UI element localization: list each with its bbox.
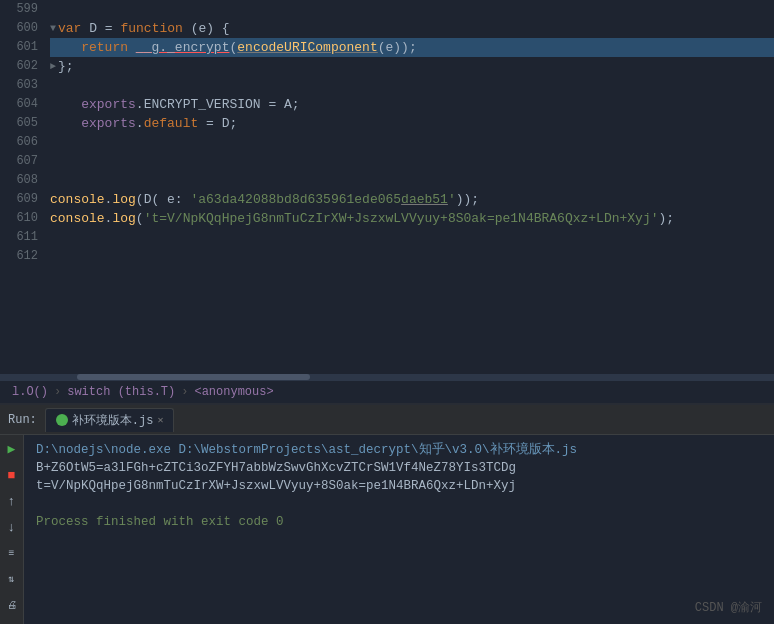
wrap-button[interactable]: ≡ [2, 543, 22, 563]
code-line-606 [50, 133, 774, 152]
code-line-608 [50, 171, 774, 190]
scroll-up-button[interactable]: ↑ [2, 491, 22, 511]
breadcrumb-item-2[interactable]: switch (this.T) [67, 385, 175, 399]
watermark: CSDN @渝河 [695, 599, 762, 616]
close-tab-button[interactable]: ✕ [157, 414, 163, 426]
code-line-600: ▼var D = function (e) { [50, 19, 774, 38]
align-button[interactable]: ⇅ [2, 569, 22, 589]
editor: 599 600 601 602 603 604 605 606 607 608 … [0, 0, 774, 380]
run-button[interactable]: ▶ [2, 439, 22, 459]
output-line-5: Process finished with exit code 0 [36, 513, 762, 531]
code-line-611 [50, 228, 774, 247]
code-line-599 [50, 0, 774, 19]
breadcrumb-item-3[interactable]: <anonymous> [194, 385, 273, 399]
scroll-down-button[interactable]: ↓ [2, 517, 22, 537]
editor-scrollbar[interactable] [0, 374, 774, 380]
stop-button[interactable]: ■ [2, 465, 22, 485]
run-label: Run: [8, 413, 37, 427]
fold-button-602[interactable]: ► [50, 57, 56, 76]
output-line-2: B+Z6OtW5=a3lFGh+cZTCi3oZFYH7abbWzSwvGhXc… [36, 459, 762, 477]
output-line-3: t=V/NpKQqHpejG8nmTuCzIrXW+JszxwLVVyuy+8S… [36, 477, 762, 495]
run-tab-name: 补环境版本.js [72, 412, 154, 429]
code-line-609: ► console.log(D( e: 'a63da42088bd8d63596… [50, 190, 774, 209]
run-output: D:\nodejs\node.exe D:\WebstormProjects\a… [24, 435, 774, 624]
code-line-604: exports.ENCRYPT_VERSION = A; [50, 95, 774, 114]
run-toolbar: ▶ ■ ↑ ↓ ≡ ⇅ 🖨 📌 ⎙ 🗑 [0, 435, 24, 624]
run-tabs: Run: 补环境版本.js ✕ [0, 405, 774, 435]
output-line-4 [36, 495, 762, 513]
code-line-610: console.log('t=V/NpKQqHpejG8nmTuCzIrXW+J… [50, 209, 774, 228]
run-tab[interactable]: 补环境版本.js ✕ [45, 408, 175, 432]
run-content: ▶ ■ ↑ ↓ ≡ ⇅ 🖨 📌 ⎙ 🗑 D:\nodejs\node.exe D… [0, 435, 774, 624]
code-line-612 [50, 247, 774, 266]
code-line-605: exports.default = D; [50, 114, 774, 133]
run-status-icon [56, 414, 68, 426]
fold-button-600[interactable]: ▼ [50, 19, 56, 38]
code-line-602: ►}; [50, 57, 774, 76]
code-line-603 [50, 76, 774, 95]
run-panel: Run: 补环境版本.js ✕ ▶ ■ ↑ ↓ ≡ ⇅ 🖨 📌 ⎙ 🗑 [0, 403, 774, 624]
breadcrumb: l.O() › switch (this.T) › <anonymous> [0, 380, 774, 403]
line-numbers: 599 600 601 602 603 604 605 606 607 608 … [0, 0, 46, 372]
code-lines: ▼var D = function (e) { return __g._encr… [46, 0, 774, 372]
code-line-601: return __g._encrypt(encodeURIComponent(e… [50, 38, 774, 57]
breadcrumb-item-1[interactable]: l.O() [12, 385, 48, 399]
code-line-607 [50, 152, 774, 171]
output-line-1: D:\nodejs\node.exe D:\WebstormProjects\a… [36, 441, 762, 459]
print-button[interactable]: 🖨 [2, 595, 22, 615]
